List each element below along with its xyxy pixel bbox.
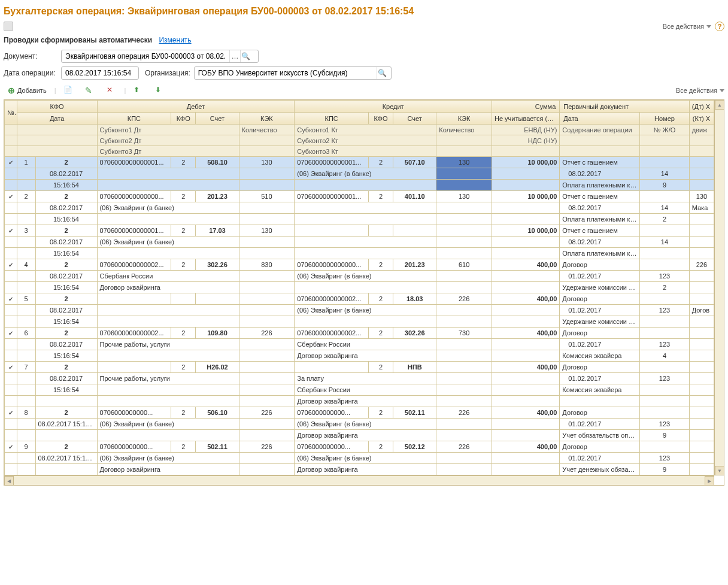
search-icon[interactable]: 🔍: [377, 67, 387, 79]
doc-icon[interactable]: [4, 22, 13, 31]
table-row-sub[interactable]: 15:16:54 Договор эквайринга Комиссия экв…: [5, 350, 714, 362]
all-actions-grid[interactable]: Все действия: [676, 87, 724, 94]
hdr-nds: НДС (НУ): [492, 135, 559, 146]
all-actions-top[interactable]: Все действия: [663, 23, 711, 30]
col-d-kps[interactable]: КПС: [97, 113, 171, 125]
hdr-sub2k: Субконто2 Кт: [295, 135, 436, 146]
scroll-left-icon[interactable]: ◀: [4, 476, 14, 486]
table-row[interactable]: 3 2 0706000000000001...217.03130 10 000,…: [5, 225, 714, 237]
col-d-kek[interactable]: КЭК: [239, 113, 295, 125]
table-row[interactable]: 7 2 2Н26.02 2НПВ 400,00 Договор: [5, 362, 714, 373]
date-field[interactable]: [61, 66, 139, 80]
hdr-envd: ЕНВД (НУ): [492, 125, 559, 135]
col-pd-num[interactable]: Номер: [640, 113, 689, 125]
arrow-up-icon: [134, 86, 143, 95]
dropdown-icon: [706, 25, 711, 28]
dropdown-icon: [720, 89, 724, 92]
hdr-jo: № Ж/О: [640, 125, 689, 135]
table-row-sub[interactable]: 08.02.2017 15:16:54 (06) Эквайринг (в ба…: [5, 419, 714, 430]
col-dtx[interactable]: (Дт) Х: [689, 101, 714, 113]
document-input[interactable]: [62, 50, 229, 62]
col-k-kps[interactable]: КПС: [295, 113, 369, 125]
check-icon: [8, 261, 13, 268]
table-row[interactable]: 9 2 0706000000000...2502.11226 070600000…: [5, 441, 714, 453]
table-row-sub[interactable]: Договор эквайринга Договор эквайринга Уч…: [5, 464, 714, 475]
table-row-sub[interactable]: 08.02.2017 (06) Эквайринг (в банке) 08.0…: [5, 168, 714, 180]
col-d-kfo[interactable]: КФО: [171, 113, 196, 125]
col-sum[interactable]: Сумма: [492, 101, 559, 113]
table-row-sub[interactable]: 08.02.2017 Прочие работы, услуги Сбербан…: [5, 339, 714, 350]
table-row-sub[interactable]: 15:16:54 Оплата платежными картами в роз…: [5, 180, 714, 191]
col-notcounted[interactable]: Не учитывается (Н...: [492, 113, 559, 125]
col-k-kek[interactable]: КЭК: [436, 113, 492, 125]
table-row[interactable]: 8 2 0706000000000...2506.10226 070600000…: [5, 407, 714, 419]
col-k-kfo[interactable]: КФО: [368, 113, 393, 125]
table-row-sub[interactable]: 15:16:54 Оплата платежными картами в роз…: [5, 214, 714, 225]
col-k-acct[interactable]: Счет: [393, 113, 436, 125]
auto-generated-label: Проводки сформированы автоматически: [4, 36, 152, 44]
col-num[interactable]: №: [5, 101, 17, 125]
table-row-sub[interactable]: 15:16:54 Оплата платежными картами в роз…: [5, 248, 714, 259]
delete-button[interactable]: [102, 84, 120, 97]
copy-button[interactable]: [59, 84, 77, 97]
scroll-up-icon[interactable]: ▲: [715, 100, 724, 110]
col-credit[interactable]: Кредит: [295, 101, 492, 113]
org-label: Организация:: [145, 69, 190, 77]
table-row-sub[interactable]: 08.02.2017 (06) Эквайринг (в банке) 01.0…: [5, 305, 714, 316]
table-row-sub[interactable]: 08.02.2017 Прочие работы, услуги За плат…: [5, 373, 714, 384]
check-icon: [8, 227, 13, 234]
hdr-move: движ: [689, 125, 714, 135]
table-row-sub[interactable]: 08.02.2017 (06) Эквайринг (в банке) 08.0…: [5, 202, 714, 214]
col-date[interactable]: Дата: [17, 113, 97, 125]
plus-icon: ⊕: [8, 86, 15, 95]
col-kfo[interactable]: КФО: [17, 101, 97, 113]
table-row-sub[interactable]: Договор эквайринга: [5, 396, 714, 407]
hdr-qty-d: Количество: [239, 125, 295, 135]
horizontal-scrollbar[interactable]: ◀ ▶: [4, 475, 714, 485]
check-icon: [8, 409, 13, 416]
check-icon: [8, 363, 13, 371]
document-label: Документ:: [4, 52, 57, 60]
copy-icon: [63, 86, 73, 95]
document-field[interactable]: … 🔍: [61, 50, 259, 63]
table-row[interactable]: 5 2 0706000000000002...218.03226 400,00 …: [5, 293, 714, 305]
change-link[interactable]: Изменить: [159, 36, 191, 44]
edit-button[interactable]: [81, 84, 99, 97]
table-row[interactable]: 4 2 0706000000000002...2302.26830 070600…: [5, 259, 714, 271]
scroll-right-icon[interactable]: ▶: [705, 476, 714, 486]
search-icon[interactable]: 🔍: [240, 50, 251, 62]
table-row[interactable]: 2 2 0706000000000000...2201.23510 070600…: [5, 191, 714, 202]
move-up-button[interactable]: [129, 84, 147, 97]
org-input[interactable]: [195, 67, 377, 79]
arrow-down-icon: [155, 86, 165, 95]
col-ktx[interactable]: (Кт) Х: [689, 113, 714, 125]
table-row-sub[interactable]: 15:16:54 Сбербанк России Комиссия эквайе…: [5, 384, 714, 396]
col-prim-doc[interactable]: Первичный документ: [560, 101, 689, 113]
col-debit[interactable]: Дебет: [97, 101, 295, 113]
ellipsis-icon[interactable]: …: [229, 50, 240, 62]
date-label: Дата операции:: [4, 69, 57, 77]
table-row-sub[interactable]: Договор эквайринга Учет обязательств опл…: [5, 430, 714, 441]
table-row-sub[interactable]: 15:16:54 Договор эквайринга Удержание ко…: [5, 282, 714, 293]
hdr-sub1k: Субконто1 Кт: [295, 125, 436, 135]
table-row-sub[interactable]: 08.02.2017 15:16:54 (06) Эквайринг (в ба…: [5, 453, 714, 464]
table-row-sub[interactable]: 08.02.2017 (06) Эквайринг (в банке) 08.0…: [5, 237, 714, 248]
move-down-button[interactable]: [151, 84, 169, 97]
add-button[interactable]: ⊕Добавить: [4, 84, 51, 97]
vertical-scrollbar[interactable]: ▲ ▼: [714, 100, 724, 475]
hdr-sub1d: Субконто1 Дт: [97, 125, 239, 135]
col-d-acct[interactable]: Счет: [196, 113, 239, 125]
edit-icon: [85, 86, 95, 95]
date-input[interactable]: [62, 67, 136, 79]
scroll-down-icon[interactable]: ▼: [715, 466, 724, 475]
table-row[interactable]: 6 2 0706000000000002...2109.80226 070600…: [5, 328, 714, 339]
table-row[interactable]: 1 2 0706000000000001...2508.10130 070600…: [5, 157, 714, 168]
delete-icon: [107, 86, 116, 95]
table-row-sub[interactable]: 08.02.2017 Сбербанк России (06) Эквайрин…: [5, 271, 714, 282]
help-icon[interactable]: ?: [715, 22, 724, 31]
col-pd-date[interactable]: Дата: [560, 113, 640, 125]
entries-grid[interactable]: № КФО Дебет Кредит Сумма Первичный докум…: [4, 99, 724, 486]
check-icon: [8, 329, 13, 337]
org-field[interactable]: 🔍: [194, 66, 392, 80]
table-row-sub[interactable]: 15:16:54 Удержание комиссии эквайера: [5, 316, 714, 328]
